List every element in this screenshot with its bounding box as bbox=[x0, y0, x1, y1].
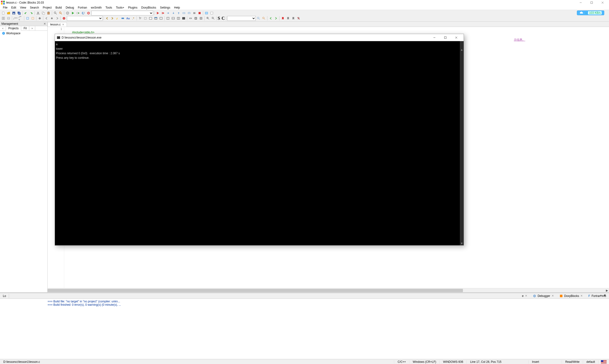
menu-doxyblocks[interactable]: DoxyBlocks bbox=[139, 5, 158, 10]
stdctl-icon[interactable] bbox=[194, 16, 198, 21]
workspace-node[interactable]: Workspace bbox=[2, 32, 45, 35]
build-icon[interactable] bbox=[65, 11, 70, 15]
logs-tab-cscope[interactable]: e✕ bbox=[519, 294, 530, 298]
debug-run-icon[interactable] bbox=[155, 11, 160, 15]
close-icon[interactable]: ✕ bbox=[581, 294, 583, 297]
menu-search[interactable]: Search bbox=[28, 5, 41, 10]
save-all-icon[interactable] bbox=[17, 11, 21, 15]
zoom-out-icon[interactable] bbox=[211, 16, 216, 21]
editor-tab-lesson[interactable]: lesson.c ✕ bbox=[48, 22, 67, 27]
menu-debug[interactable]: Debug bbox=[64, 5, 76, 10]
editor-tab-close-icon[interactable]: ✕ bbox=[62, 23, 64, 26]
menu-edit[interactable]: Edit bbox=[9, 5, 18, 10]
logs-tab-leftmost[interactable]: Lo bbox=[0, 294, 9, 298]
redo-icon[interactable] bbox=[29, 11, 34, 15]
layout2-icon[interactable] bbox=[171, 16, 176, 21]
open-icon[interactable] bbox=[6, 11, 11, 15]
close-button[interactable] bbox=[597, 0, 608, 5]
find-symbol2-icon[interactable] bbox=[261, 16, 266, 21]
step-into-instr-icon[interactable] bbox=[187, 11, 192, 15]
next-instr-icon[interactable] bbox=[181, 11, 186, 15]
nav-fwd-icon[interactable] bbox=[273, 16, 278, 21]
next-line-icon[interactable] bbox=[166, 11, 170, 15]
bookmark-prev-icon[interactable] bbox=[286, 16, 290, 21]
minimize-button[interactable] bbox=[575, 0, 586, 5]
spacer-icon[interactable] bbox=[188, 16, 193, 21]
comment-block-icon[interactable]: /** bbox=[13, 16, 18, 21]
info-icon[interactable] bbox=[209, 11, 214, 15]
mgmt-tab-files[interactable]: Fil bbox=[21, 26, 29, 30]
menu-build[interactable]: Build bbox=[53, 5, 64, 10]
zoom-in-icon[interactable] bbox=[206, 16, 210, 21]
jump-fwd-icon[interactable] bbox=[55, 16, 59, 21]
doxy-wizard-icon[interactable] bbox=[25, 16, 30, 21]
close-icon[interactable]: ✕ bbox=[525, 294, 527, 297]
jump-toggle-icon[interactable] bbox=[50, 16, 54, 21]
bookmark-toggle-icon[interactable] bbox=[281, 16, 285, 21]
find-icon[interactable] bbox=[53, 11, 58, 15]
scroll-up-icon[interactable]: ▲ bbox=[460, 48, 464, 52]
menu-file[interactable]: File bbox=[1, 5, 9, 10]
copy-icon[interactable] bbox=[41, 11, 46, 15]
toggle-source-icon[interactable] bbox=[1, 16, 6, 21]
stop-debug-icon[interactable] bbox=[197, 11, 202, 15]
paste-icon[interactable] bbox=[46, 11, 51, 15]
run-to-cursor-icon[interactable] bbox=[161, 11, 165, 15]
cut-icon[interactable] bbox=[36, 11, 40, 15]
symbol-combo[interactable] bbox=[227, 16, 256, 21]
break-debug-icon[interactable] bbox=[192, 11, 197, 15]
regex-icon[interactable]: .* bbox=[131, 16, 136, 21]
prev-icon[interactable] bbox=[105, 16, 109, 21]
editor-hscrollbar[interactable]: ▶ bbox=[48, 288, 609, 292]
logs-close-all-icon[interactable]: ✕ bbox=[602, 293, 608, 297]
nav-back-icon[interactable] bbox=[268, 16, 273, 21]
menu-tools[interactable]: Tools bbox=[104, 5, 114, 10]
comment-line-icon[interactable]: /*< bbox=[18, 16, 23, 21]
customctl-icon[interactable] bbox=[199, 16, 203, 21]
search-combo[interactable] bbox=[67, 16, 103, 21]
mgmt-tab-projects[interactable]: Projects bbox=[6, 26, 21, 31]
close-icon[interactable]: ✕ bbox=[552, 294, 554, 297]
logs-tab-doxyblocks[interactable]: DoxyBlocks✕ bbox=[557, 294, 586, 298]
undo-icon[interactable] bbox=[24, 11, 28, 15]
menu-settings[interactable]: Settings bbox=[158, 5, 172, 10]
logs-body[interactable]: === Build file: "no target" in "no proje… bbox=[0, 299, 609, 359]
console-minimize-button[interactable] bbox=[429, 34, 440, 41]
find-symbol-icon[interactable] bbox=[256, 16, 261, 21]
insert-panel-icon[interactable] bbox=[148, 16, 153, 21]
match-case-icon[interactable]: Aa bbox=[126, 16, 130, 21]
build-target-combo[interactable] bbox=[91, 11, 153, 15]
abort-icon[interactable] bbox=[86, 11, 91, 15]
console-scrollbar[interactable]: ▲ ▼ bbox=[460, 41, 464, 245]
menu-wxsmith[interactable]: wxSmith bbox=[89, 5, 104, 10]
selected-text-icon[interactable] bbox=[120, 16, 125, 21]
insert-frame-icon[interactable] bbox=[159, 16, 163, 21]
build-run-icon[interactable] bbox=[76, 11, 80, 15]
console-output[interactable]: a lower Process returned 0 (0x0) executi… bbox=[55, 41, 464, 245]
select-icon[interactable] bbox=[143, 16, 148, 21]
new-file-icon[interactable] bbox=[1, 11, 6, 15]
management-close-icon[interactable]: ✕ bbox=[43, 22, 46, 26]
console-titlebar[interactable]: C:\\ D:\lessoncc\lesson1\lesson.exe bbox=[55, 34, 464, 41]
menu-fortran[interactable]: Fortran bbox=[76, 5, 89, 10]
save-icon[interactable] bbox=[12, 11, 16, 15]
cursor-icon[interactable] bbox=[138, 16, 143, 21]
run-icon[interactable] bbox=[70, 11, 75, 15]
menu-help[interactable]: Help bbox=[172, 5, 182, 10]
doxy-extract-icon[interactable] bbox=[30, 16, 35, 21]
insert-dialog-icon[interactable] bbox=[154, 16, 158, 21]
jump-back-icon[interactable] bbox=[44, 16, 49, 21]
layout3-icon[interactable] bbox=[176, 16, 181, 21]
diff-icon[interactable] bbox=[6, 16, 11, 21]
rebuild-icon[interactable] bbox=[81, 11, 86, 15]
console-maximize-button[interactable] bbox=[440, 34, 451, 41]
bookmark-clear-icon[interactable] bbox=[296, 16, 301, 21]
menu-view[interactable]: View bbox=[18, 5, 28, 10]
debug-window-icon[interactable] bbox=[204, 11, 209, 15]
network-speed-widget[interactable]: ↓ 103 KB/s bbox=[577, 11, 604, 15]
step-into-icon[interactable] bbox=[171, 11, 176, 15]
us-flag-icon[interactable] bbox=[601, 360, 607, 364]
bookmark-next-icon[interactable] bbox=[291, 16, 296, 21]
next-icon[interactable] bbox=[110, 16, 115, 21]
step-out-icon[interactable] bbox=[176, 11, 181, 15]
